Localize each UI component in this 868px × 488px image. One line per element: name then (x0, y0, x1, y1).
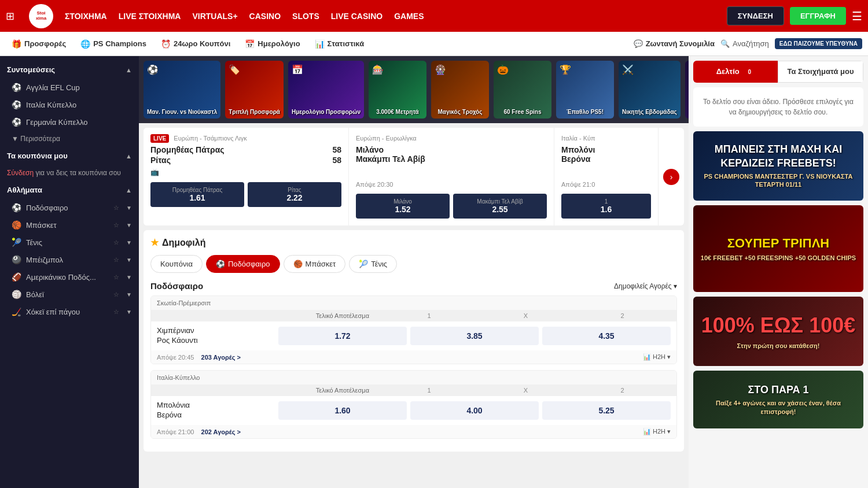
live-chat-button[interactable]: 💬 Ζωντανή Συνομιλία (634, 39, 715, 48)
promo-icon-6: 🏆 (560, 64, 571, 75)
odd-cell-1-1[interactable]: 1.60 (278, 401, 407, 420)
promo-card-5[interactable]: 🎃 60 Free Spins (494, 61, 551, 119)
ad-banner-2[interactable]: ΣΟΥΠΕΡ ΤΡΙΠΛΗ 10€ FREEBET +50 FREESPINS … (693, 205, 863, 292)
register-button[interactable]: ΕΓΓΡΑΦΗ (790, 7, 846, 25)
promo-card-4[interactable]: 🎡 Μαγικός Τροχός (431, 61, 489, 119)
ad-banner-4[interactable]: ΣΤΟ ΠΑΡΑ 1 Παίξε 4+ αγώνες και αν χάσεις… (693, 371, 863, 428)
promo-card-1[interactable]: 🏷️ Τριπλή Προσφορά (225, 61, 284, 119)
chevron-up-icon-2: ▲ (126, 153, 132, 160)
sidebar-american-football[interactable]: 🏈 Αμερικάνικο Ποδός... ☆ ▼ (0, 268, 139, 286)
sidebar-item-italy[interactable]: ⚽ Ιταλία Κύπελλο (0, 96, 139, 113)
odd-0-1[interactable]: Ρίτας 2.22 (248, 182, 341, 207)
nav-casino[interactable]: CASINO (249, 12, 281, 21)
main-content: ⚽ Μαν. Γιουν. vs Νιούκαστλ 🏷️ Τριπλή Προ… (139, 56, 689, 488)
nav-games[interactable]: GAMES (394, 12, 424, 21)
star-icon-5[interactable]: ☆ (113, 273, 119, 281)
search-button[interactable]: 🔍 Αναζήτηση (720, 39, 769, 48)
betslip-tab[interactable]: Δελτίο 0 (693, 61, 778, 83)
subnav-stats[interactable]: 📊 Στατιστικά (309, 36, 370, 51)
promo-text-3: 3.000€ Μετρητά (376, 109, 419, 115)
subnav-coupon[interactable]: ⏰ 24ωρο Κουπόνι (155, 36, 236, 51)
sidebar: Συντομεύσεις ▲ ⚽ Αγγλία EFL Cup ⚽ Ιταλία… (0, 56, 139, 488)
nav-live-casino[interactable]: LIVE CASINO (331, 12, 382, 21)
football-icon-2: ⚽ (12, 100, 21, 109)
nav-live-stoixima[interactable]: LIVE ΣΤΟΙΧΗΜΑ (119, 12, 181, 21)
star-icon[interactable]: ☆ (113, 204, 119, 212)
tab-basketball[interactable]: 🏀 Μπάσκετ (284, 255, 346, 273)
ad-banner-3[interactable]: 100% ΕΩΣ 100€ Στην πρώτη σου κατάθεση! (693, 297, 863, 366)
h2h-btn-1[interactable]: 📊 H2H ▾ (643, 428, 671, 435)
ad-text-1: ΜΠΑΙΝΕΙΣ ΣΤΗ ΜΑΧΗ ΚΑΙ ΚΕΡΔΙΖΕΙΣ FREEBETS… (699, 143, 858, 188)
login-button[interactable]: ΣΥΝΔΕΣΗ (727, 6, 784, 25)
promo-card-8[interactable]: 🎯 Pragmatic Buy Bonus (685, 61, 689, 119)
star-icon-4[interactable]: ☆ (113, 256, 119, 264)
team1-2: Μπολόνι (561, 145, 651, 154)
odd-1-0[interactable]: Μιλάνο 1.52 (356, 194, 450, 219)
sidebar-item-england[interactable]: ⚽ Αγγλία EFL Cup (0, 79, 139, 96)
sports-header[interactable]: Αθλήματα ▲ (0, 181, 139, 199)
nav-slots[interactable]: SLOTS (292, 12, 319, 21)
subnav-calendar[interactable]: 📅 Ημερολόγιο (239, 36, 306, 51)
promo-card-6[interactable]: 🏆 Έπαθλο PS5! (556, 61, 614, 119)
live-next-icon[interactable]: › (663, 169, 679, 185)
star-icon-7[interactable]: ☆ (113, 308, 119, 316)
promo-card-2[interactable]: 📅 Ημερολόγιο Προσφορών (288, 61, 364, 119)
subnav-offers[interactable]: 🎁 Προσφορές (6, 36, 72, 51)
promo-text-6: Έπαθλο PS5! (567, 109, 604, 115)
promo-card-7[interactable]: ⚔️ Νικητής Εβδομάδας (619, 61, 681, 119)
sidebar-football[interactable]: ⚽ Ποδόσφαιρο ☆ ▼ (0, 199, 139, 216)
more-markets-0[interactable]: 203 Αγορές > (201, 354, 241, 361)
odd-cell-x-0[interactable]: 3.85 (410, 327, 539, 345)
baseball-icon: 🎱 (12, 255, 21, 264)
american-football-icon: 🏈 (12, 272, 21, 282)
col-1-0: 1 (381, 312, 477, 319)
nav-stoixima[interactable]: ΣΤΟΙΧΗΜΑ (65, 12, 107, 21)
odd-cell-2-1[interactable]: 5.25 (542, 401, 671, 420)
odd-cell-2-0[interactable]: 4.35 (542, 327, 671, 345)
star-icon-3[interactable]: ☆ (113, 239, 119, 246)
hamburger-icon[interactable]: ☰ (852, 9, 862, 23)
coupons-header[interactable]: Τα κουπόνια μου ▲ (0, 147, 139, 165)
odd-cell-1-0[interactable]: 1.72 (278, 327, 407, 345)
h2h-btn-0[interactable]: 📊 H2H ▾ (643, 353, 671, 361)
nav-right: ΣΥΝΔΕΣΗ ΕΓΓΡΑΦΗ ☰ (727, 6, 862, 25)
sidebar-tennis[interactable]: 🎾 Τένις ☆ ▼ (0, 234, 139, 251)
tab-coupons[interactable]: Κουπόνια (150, 255, 203, 273)
odd-1-1[interactable]: Μακάμπι Τελ Αβίβ 2.55 (453, 194, 547, 219)
odd-cell-x-1[interactable]: 4.00 (410, 401, 539, 420)
promo-card-0[interactable]: ⚽ Μαν. Γιουν. vs Νιούκαστλ (144, 61, 220, 119)
grid-icon[interactable]: ⊞ (6, 10, 14, 23)
sidebar-more[interactable]: ▼ Περισσότερα (0, 131, 139, 147)
basketball-tab-icon: 🏀 (293, 260, 303, 268)
site-logo[interactable]: Stoixima (29, 4, 53, 28)
sidebar-baseball[interactable]: 🎱 Μπέιζμπολ ☆ ▼ (0, 251, 139, 268)
promo-text-7: Νικητής Εβδομάδας (622, 109, 677, 115)
sidebar-hockey[interactable]: 🏒 Χόκεϊ επί πάγου ☆ ▼ (0, 303, 139, 320)
sidebar-volleyball[interactable]: 🏐 Βόλεϊ ☆ ▼ (0, 286, 139, 303)
sidebar-basketball[interactable]: 🏀 Μπάσκετ ☆ ▼ (0, 216, 139, 234)
subnav-ps-champions[interactable]: 🌐 PS Champions (75, 36, 152, 51)
my-bets-tab[interactable]: Τα Στοιχήματά μου (778, 61, 863, 83)
star-icon-2[interactable]: ☆ (113, 221, 119, 229)
match-time-1: Απόψε 20:30 (356, 181, 547, 188)
odds-group-0: 1.72 3.85 4.35 (278, 327, 671, 345)
chevron-down-basketball: ▼ (126, 222, 132, 228)
team2-pop-1: Βερόνα (157, 411, 273, 419)
ad-text-3: 100% ΕΩΣ 100€ Στην πρώτη σου κατάθεση! (701, 312, 856, 350)
odd-2-0[interactable]: 1 1.6 (561, 194, 651, 219)
hockey-icon: 🏒 (12, 307, 21, 316)
live-matches-next[interactable]: › (659, 128, 684, 225)
ad-banner-1[interactable]: ΜΠΑΙΝΕΙΣ ΣΤΗ ΜΑΧΗ ΚΑΙ ΚΕΡΔΙΖΕΙΣ FREEBETS… (693, 131, 863, 201)
sidebar-item-germany[interactable]: ⚽ Γερμανία Κύπελλο (0, 113, 139, 131)
shortcuts-header[interactable]: Συντομεύσεις ▲ (0, 61, 139, 79)
match-odds-0: Προμηθέας Πάτρας 1.61 Ρίτας 2.22 (150, 182, 341, 207)
more-markets-1[interactable]: 202 Αγορές > (201, 428, 241, 435)
popular-markets-dropdown[interactable]: Δημοφιλείς Αγορές ▾ (614, 282, 677, 290)
tab-football[interactable]: ⚽ Ποδόσφαιρο (206, 255, 280, 273)
tab-tennis[interactable]: 🎾 Τένις (349, 255, 397, 273)
odd-0-0[interactable]: Προμηθέας Πάτρας 1.61 (150, 182, 244, 207)
promo-card-3[interactable]: 🎰 3.000€ Μετρητά (369, 61, 426, 119)
star-icon-6[interactable]: ☆ (113, 291, 119, 298)
match-data-1: Μπολόνια Βερόνα 1.60 4.00 5.25 (151, 396, 676, 425)
nav-virtuals[interactable]: VIRTUALS+ (192, 12, 237, 21)
